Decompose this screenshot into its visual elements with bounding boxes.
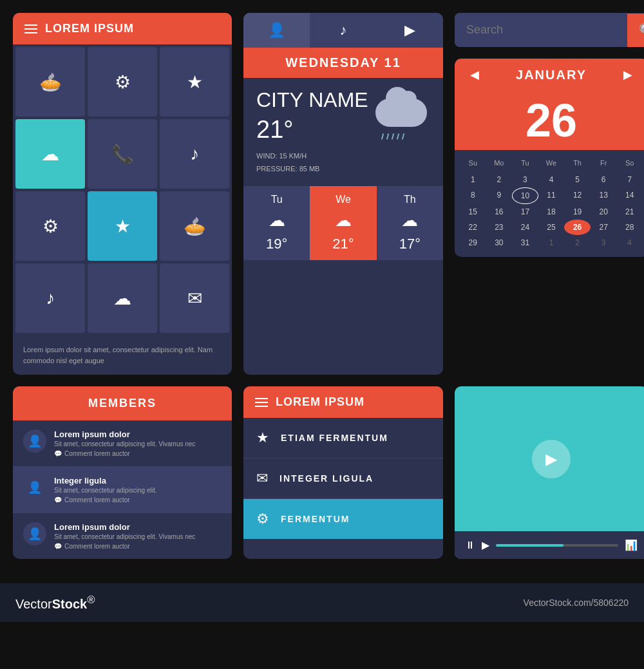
calendar-day[interactable]: 16 (486, 204, 513, 220)
calendar-day[interactable]: 25 (538, 220, 565, 235)
forecast-tuesday: Tu ☁ 19° (243, 186, 310, 260)
weather-day-header: WEDNESDAY 11 (243, 48, 443, 78)
player-controls: ⏸ ▶ 📊 (455, 531, 644, 559)
member-info-1: Lorem ipsum dolor Sit amet, consectetur … (54, 429, 195, 457)
calendar-day[interactable]: 19 (564, 204, 591, 220)
calendar-day[interactable]: 5 (564, 172, 591, 187)
member-desc-1: Sit amet, consectetur adipiscing elit. V… (54, 440, 195, 448)
member-avatar-2: 👤 (23, 476, 46, 499)
weather-cloud-icon (372, 95, 430, 140)
forecast-day-name: We (315, 194, 371, 205)
player-play-button[interactable]: ▶ (532, 440, 571, 478)
calendar-next-button[interactable]: ▶ (618, 66, 638, 83)
members-header: MEMBERS (13, 386, 232, 420)
calendar-day[interactable]: 2 (564, 235, 591, 250)
calendar-day[interactable]: 20 (591, 204, 617, 220)
footer: VectorStock® VectorStock.com/5806220 (0, 583, 644, 622)
player-video-area: ▶ (455, 386, 644, 531)
members-widget: MEMBERS 👤 Lorem ipsum dolor Sit amet, co… (13, 386, 232, 559)
tile-star[interactable]: ★ (160, 47, 229, 117)
tile-pie2[interactable]: 🥧 (160, 191, 229, 261)
menu-item-2[interactable]: ✉ INTEGER LIGULA (243, 458, 443, 499)
calendar-days: 1234567891011121314151617181920212223242… (460, 172, 643, 250)
calendar-day[interactable]: 12 (564, 187, 591, 204)
menu-item-label-2: INTEGER LIGULA (279, 473, 374, 484)
tile-music[interactable]: ♪ (160, 119, 229, 189)
weekday-fr: Fr (591, 156, 617, 169)
weekday-mo: Mo (486, 156, 513, 169)
calendar-header: ◀ JANUARY ▶ (455, 59, 644, 91)
tile-cloud2[interactable]: ☁ (88, 263, 157, 333)
calendar-day[interactable]: 4 (616, 235, 643, 250)
tile-star-cyan[interactable]: ★ (88, 191, 157, 261)
footer-url: VectorStock.com/5806220 (524, 598, 629, 608)
calendar-day[interactable]: 1 (460, 172, 486, 187)
calendar-day[interactable]: 26 (564, 220, 591, 235)
calendar-day[interactable]: 3 (591, 235, 617, 250)
forecast-temp: 21° (315, 236, 371, 252)
tile-mail[interactable]: ✉ (160, 263, 229, 333)
member-avatar-1: 👤 (23, 429, 46, 453)
menu-item-3[interactable]: ⚙ FERMENTUM (243, 499, 443, 539)
calendar-day[interactable]: 24 (512, 220, 538, 235)
calendar-day[interactable]: 23 (486, 220, 513, 235)
search-button[interactable]: 🔍 (627, 14, 644, 47)
calendar-day[interactable]: 6 (591, 172, 617, 187)
weekday-tu: Tu (512, 156, 538, 169)
calendar-day[interactable]: 13 (591, 187, 617, 204)
calendar-day[interactable]: 1 (538, 235, 565, 250)
calendar-day[interactable]: 27 (591, 220, 617, 235)
hamburger-icon[interactable] (24, 24, 37, 33)
player-pause-button[interactable]: ⏸ (465, 540, 475, 551)
calendar-day[interactable]: 28 (616, 220, 643, 235)
calendar-day[interactable]: 10 (512, 187, 538, 204)
calendar-prev-button[interactable]: ◀ (465, 66, 484, 83)
calendar-day[interactable]: 9 (486, 187, 513, 204)
tile-settings[interactable]: ⚙ (88, 47, 157, 117)
player-play-small-button[interactable]: ▶ (482, 539, 489, 551)
member-item-2[interactable]: 👤 Integer ligula Sit amet, consectetur a… (13, 467, 232, 513)
search-input[interactable] (455, 13, 627, 47)
tab-play[interactable]: ▶ (377, 13, 443, 48)
forecast-icon: ☁ (249, 211, 305, 231)
menu-hamburger-icon[interactable] (255, 398, 268, 407)
weather-main: CITY NAME 21° WIND: 15 KM/H PRESSURE: 85… (243, 78, 443, 186)
calendar-day[interactable]: 2 (486, 172, 513, 187)
tab-profile[interactable]: 👤 (243, 13, 310, 48)
calendar-day[interactable]: 4 (538, 172, 565, 187)
calendar-day[interactable]: 17 (512, 204, 538, 220)
menu-item-label-3: FERMENTUM (281, 514, 350, 524)
tile-music2[interactable]: ♪ (15, 263, 85, 333)
member-item-1[interactable]: 👤 Lorem ipsum dolor Sit amet, consectetu… (13, 420, 232, 467)
player-widget: ▶ ⏸ ▶ 📊 (455, 386, 644, 559)
calendar-day[interactable]: 14 (616, 187, 643, 204)
calendar-day[interactable]: 22 (460, 220, 486, 235)
calendar-day[interactable]: 15 (460, 204, 486, 220)
menu-title: LOREM IPSUM (276, 395, 365, 409)
calendar-day[interactable]: 11 (538, 187, 565, 204)
tile-cloud[interactable]: ☁ (15, 119, 85, 189)
menu-item-1[interactable]: ★ ETIAM FERMENTUM (243, 418, 443, 458)
member-item-3[interactable]: 👤 Lorem ipsum dolor Sit amet, consectetu… (13, 513, 232, 559)
tab-music[interactable]: ♪ (310, 13, 376, 48)
calendar-day[interactable]: 21 (616, 204, 643, 220)
wind-info: WIND: 15 KM/H (256, 150, 368, 163)
forecast-wednesday: We ☁ 21° (310, 186, 376, 260)
weather-widget: 👤 ♪ ▶ WEDNESDAY 11 CITY NAME 21° WIND: 1… (243, 13, 443, 375)
calendar-day[interactable]: 3 (512, 172, 538, 187)
tile-settings2[interactable]: ⚙ (15, 191, 85, 261)
player-progress-bar[interactable] (496, 544, 618, 547)
calendar-day[interactable]: 8 (460, 187, 486, 204)
calendar-day[interactable]: 30 (486, 235, 513, 250)
calendar-day[interactable]: 29 (460, 235, 486, 250)
calendar-day[interactable]: 18 (538, 204, 565, 220)
calendar-widget: ◀ JANUARY ▶ 26 Su Mo Tu We Th Fr So 1234… (455, 59, 644, 257)
footer-logo-bold: Stock (52, 597, 87, 611)
calendar-day[interactable]: 31 (512, 235, 538, 250)
tile-pie[interactable]: 🥧 (15, 47, 85, 117)
tile-phone[interactable]: 📞 (88, 119, 157, 189)
volume-icon[interactable]: 📊 (625, 539, 638, 551)
calendar-day[interactable]: 7 (616, 172, 643, 187)
forecast-temp: 19° (249, 236, 305, 252)
calendar-grid: Su Mo Tu We Th Fr So 1234567891011121314… (455, 150, 644, 257)
